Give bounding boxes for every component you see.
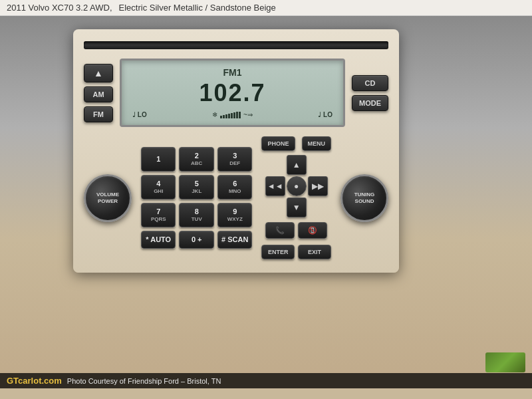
- bar6: [233, 112, 235, 118]
- car-color: Electric Silver Metallic / Sandstone Bei…: [119, 3, 276, 13]
- key-6[interactable]: 6MNO: [217, 175, 253, 200]
- key-scan[interactable]: # SCAN: [217, 231, 253, 249]
- key-9[interactable]: 9WXYZ: [217, 203, 253, 227]
- green-patch: [485, 352, 525, 372]
- photo-credit: Photo Courtesy of Friendship Ford – Bris…: [67, 377, 221, 385]
- bar4: [228, 114, 230, 118]
- gtcarlot-logo: GTcarlot.com: [7, 376, 62, 386]
- key-2[interactable]: 2ABC: [179, 147, 214, 172]
- bar5: [231, 113, 233, 118]
- bottom-bar: GTcarlot.com Photo Courtesy of Friendshi…: [0, 373, 532, 388]
- dpad-up[interactable]: ▲: [287, 155, 307, 175]
- status-row: ♩ LO ❄ ~⇒: [132, 111, 332, 118]
- key-8[interactable]: 8TUV: [179, 203, 214, 227]
- key-0[interactable]: 0 +: [179, 231, 214, 249]
- cd-slot: [84, 41, 388, 49]
- volume-knob[interactable]: VOLUMEPOWER: [84, 174, 132, 222]
- lcd-display: FM1 102.7 ♩ LO ❄: [120, 59, 345, 127]
- dpad-topright-empty: [308, 155, 328, 175]
- station-type: FM1: [132, 67, 332, 78]
- end-call-button[interactable]: 📵: [298, 222, 327, 239]
- frequency: 102.7: [132, 79, 332, 107]
- bar2: [223, 115, 225, 118]
- dpad-down[interactable]: ▼: [287, 198, 307, 217]
- key-7[interactable]: 7PQRS: [141, 203, 176, 227]
- eject-button[interactable]: ▲: [84, 64, 113, 82]
- signal-bars: [220, 112, 241, 118]
- photo-area: ▲ AM FM FM1 102.7 ♩ LO ❄: [0, 16, 532, 388]
- display-row: ▲ AM FM FM1 102.7 ♩ LO ❄: [84, 59, 388, 127]
- snowflake-icon: ❄: [212, 111, 217, 118]
- key-star[interactable]: * AUTO: [141, 231, 176, 249]
- left-buttons: ▲ AM FM: [84, 59, 113, 127]
- bar8: [239, 112, 241, 118]
- lower-section: VOLUMEPOWER 1 2ABC 3DEF 4GHI 5JKL 6MNO 7…: [84, 136, 388, 259]
- radio-unit: ▲ AM FM FM1 102.7 ♩ LO ❄: [73, 29, 399, 273]
- temp-icon: ~⇒: [243, 111, 253, 118]
- bar1: [220, 116, 222, 118]
- bar3: [225, 114, 227, 118]
- fm-button[interactable]: FM: [84, 106, 113, 122]
- am-button[interactable]: AM: [84, 86, 113, 102]
- nav-top-row: PHONE MENU: [261, 136, 331, 151]
- keypad: 1 2ABC 3DEF 4GHI 5JKL 6MNO 7PQRS 8TUV 9W…: [141, 147, 252, 249]
- mode-button[interactable]: MODE: [352, 95, 388, 111]
- menu-button[interactable]: MENU: [302, 136, 332, 151]
- lo-right: ♩ LO: [318, 111, 332, 118]
- bar7: [236, 112, 238, 118]
- key-1[interactable]: 1: [141, 147, 176, 172]
- lo-left: ♩ LO: [132, 111, 147, 118]
- dpad: ▲ ◄◄ ● ▶▶ ▼: [265, 155, 328, 217]
- key-5[interactable]: 5JKL: [179, 175, 214, 200]
- key-4[interactable]: 4GHI: [141, 175, 176, 200]
- enter-button[interactable]: ENTER: [261, 245, 295, 259]
- tuning-knob[interactable]: TUNINGSOUND: [340, 174, 388, 222]
- volume-label: VOLUMEPOWER: [96, 192, 119, 204]
- tuning-label: TUNINGSOUND: [354, 192, 375, 204]
- info-bar: 2011 Volvo XC70 3.2 AWD, Electric Silver…: [0, 0, 532, 16]
- dpad-bottomleft-empty: [265, 198, 285, 217]
- dpad-topleft-empty: [265, 155, 285, 175]
- call-button[interactable]: 📞: [265, 222, 295, 239]
- nav-cluster: PHONE MENU ▲ ◄◄ ● ▶▶ ▼ 📞 📵: [261, 136, 331, 259]
- dpad-right[interactable]: ▶▶: [308, 176, 328, 196]
- dpad-center[interactable]: ●: [287, 176, 307, 196]
- cd-button[interactable]: CD: [352, 75, 388, 91]
- key-3[interactable]: 3DEF: [217, 147, 253, 172]
- nav-bottom-row: ENTER EXIT: [261, 245, 331, 259]
- car-title: 2011 Volvo XC70 3.2 AWD,: [7, 3, 112, 13]
- right-buttons: CD MODE: [352, 59, 388, 127]
- center-icons: ❄ ~⇒: [212, 111, 253, 118]
- phone-button[interactable]: PHONE: [261, 136, 295, 151]
- dpad-bottomright-empty: [308, 198, 328, 217]
- exit-button[interactable]: EXIT: [298, 245, 331, 259]
- dpad-left[interactable]: ◄◄: [265, 176, 285, 196]
